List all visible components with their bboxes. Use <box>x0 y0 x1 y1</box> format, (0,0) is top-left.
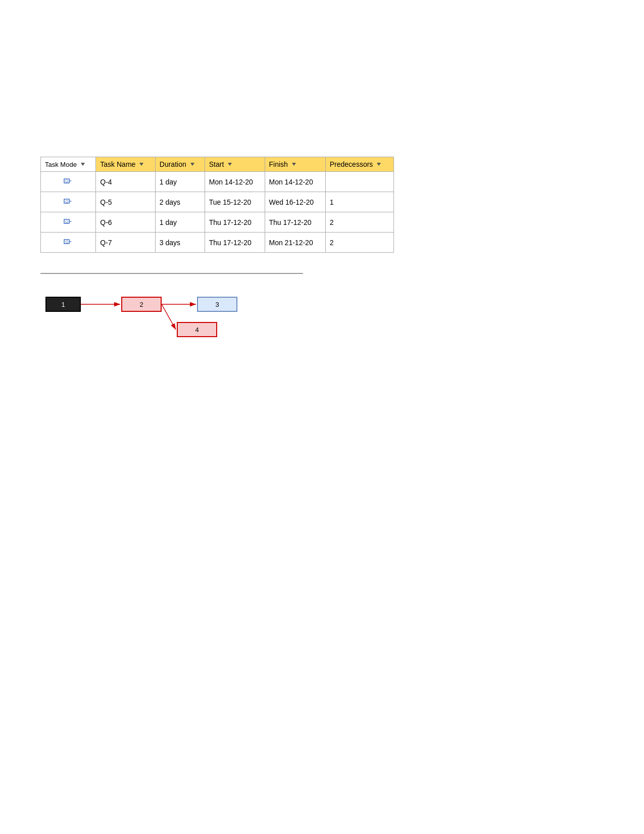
task-name-cell: Q-5 <box>96 192 155 212</box>
predecessors-cell: 1 <box>325 192 393 212</box>
col-header-duration: Duration <box>155 157 205 172</box>
svg-text:Q: Q <box>65 240 68 244</box>
predecessors-dropdown-icon[interactable] <box>377 163 381 166</box>
task-mode-cell: Q <box>41 192 96 212</box>
svg-marker-11 <box>70 241 72 242</box>
page: Task Mode Task Name Duration <box>0 0 644 380</box>
start-cell: Thu 17-12-20 <box>205 233 265 253</box>
finish-dropdown-icon[interactable] <box>292 163 296 166</box>
col-header-predecessors: Predecessors <box>325 157 393 172</box>
svg-marker-8 <box>70 221 72 222</box>
start-cell: Mon 14-12-20 <box>205 172 265 192</box>
task-name-dropdown-icon[interactable] <box>139 163 143 166</box>
task-mode-icon: Q <box>63 176 73 186</box>
col-header-task-mode: Task Mode <box>41 157 96 172</box>
task-name-cell: Q-4 <box>96 172 155 192</box>
duration-cell: 2 days <box>155 192 205 212</box>
svg-text:Q: Q <box>65 179 68 183</box>
start-cell: Thu 17-12-20 <box>205 212 265 233</box>
svg-marker-2 <box>70 180 72 181</box>
predecessors-cell <box>325 172 393 192</box>
network-diagram: 1234 <box>40 284 293 350</box>
col-header-task-name: Task Name <box>96 157 155 172</box>
network-node-1: 1 <box>45 297 81 312</box>
task-mode-cell: Q <box>41 172 96 192</box>
table-row: Q Q-61 dayThu 17-12-20Thu 17-12-202 <box>41 212 394 233</box>
duration-cell: 1 day <box>155 172 205 192</box>
col-header-finish: Finish <box>265 157 325 172</box>
start-cell: Tue 15-12-20 <box>205 192 265 212</box>
duration-cell: 3 days <box>155 233 205 253</box>
svg-text:Q: Q <box>65 220 68 224</box>
predecessors-cell: 2 <box>325 233 393 253</box>
task-mode-icon: Q <box>63 216 73 226</box>
task-name-cell: Q-6 <box>96 212 155 233</box>
gantt-table: Task Mode Task Name Duration <box>40 157 394 253</box>
duration-dropdown-icon[interactable] <box>190 163 194 166</box>
table-row: Q Q-52 daysTue 15-12-20Wed 16-12-201 <box>41 192 394 212</box>
task-mode-cell: Q <box>41 233 96 253</box>
network-node-4: 4 <box>177 322 217 337</box>
start-dropdown-icon[interactable] <box>228 163 232 166</box>
finish-cell: Mon 21-12-20 <box>265 233 325 253</box>
finish-cell: Thu 17-12-20 <box>265 212 325 233</box>
svg-text:Q: Q <box>65 200 68 204</box>
duration-cell: 1 day <box>155 212 205 233</box>
network-node-3: 3 <box>197 297 237 312</box>
col-header-start: Start <box>205 157 265 172</box>
finish-cell: Wed 16-12-20 <box>265 192 325 212</box>
table-row: Q Q-41 dayMon 14-12-20Mon 14-12-20 <box>41 172 394 192</box>
task-mode-icon: Q <box>63 237 73 247</box>
gantt-table-wrapper: Task Mode Task Name Duration <box>40 157 604 253</box>
task-mode-cell: Q <box>41 212 96 233</box>
task-mode-icon: Q <box>63 196 73 206</box>
svg-marker-5 <box>70 201 72 202</box>
task-name-cell: Q-7 <box>96 233 155 253</box>
network-diagram-wrapper: 1234 <box>40 273 303 350</box>
predecessors-cell: 2 <box>325 212 393 233</box>
table-row: Q Q-73 daysThu 17-12-20Mon 21-12-202 <box>41 233 394 253</box>
finish-cell: Mon 14-12-20 <box>265 172 325 192</box>
task-mode-dropdown-icon[interactable] <box>81 163 85 166</box>
network-node-2: 2 <box>121 297 162 312</box>
svg-line-15 <box>162 304 176 330</box>
